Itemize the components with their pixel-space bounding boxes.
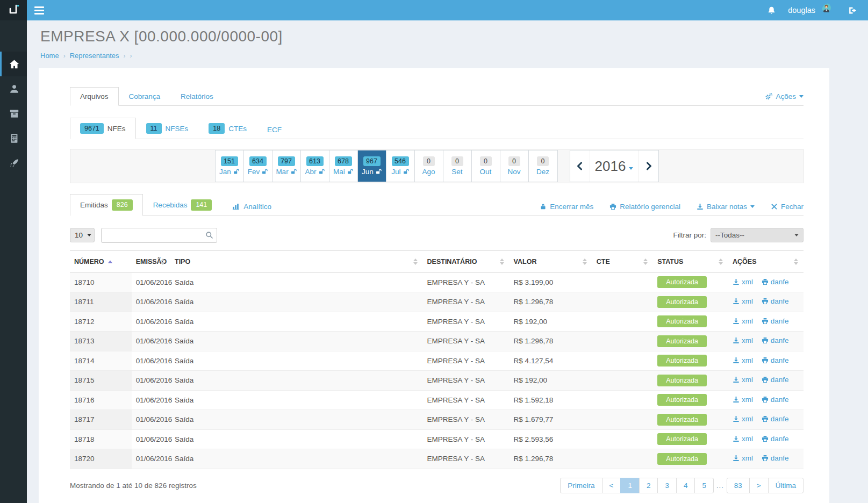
month-cell[interactable]: 678 Mai: [329, 150, 358, 182]
search-input[interactable]: [101, 228, 217, 243]
download-xml-link[interactable]: xml: [733, 297, 753, 305]
app-logo[interactable]: [0, 0, 27, 20]
pagination-page[interactable]: 4: [676, 478, 695, 493]
baixar-notas-dropdown[interactable]: Baixar notas: [697, 203, 755, 211]
month-cell[interactable]: 151 Jan: [216, 150, 244, 182]
download-xml-link[interactable]: xml: [733, 336, 753, 344]
doc-type-tab[interactable]: 11 NFSEs: [136, 118, 199, 139]
cell-emissao: 01/06/2016: [132, 312, 170, 332]
sort-arrows-icon: [500, 258, 504, 265]
month-cell[interactable]: 0 Set: [443, 150, 472, 182]
month-cell[interactable]: 0 Out: [472, 150, 500, 182]
page-size-select[interactable]: 10: [70, 228, 95, 242]
download-icon: [733, 357, 740, 364]
column-header[interactable]: VALOR: [510, 250, 592, 272]
pagination-prev[interactable]: <: [602, 478, 621, 493]
download-xml-link[interactable]: xml: [733, 356, 753, 364]
doc-type-tab[interactable]: ECF: [257, 120, 292, 139]
month-cell[interactable]: 0 Dez: [529, 150, 557, 182]
download-xml-link[interactable]: xml: [733, 278, 753, 286]
fechar-link[interactable]: Fechar: [771, 203, 804, 211]
month-cell[interactable]: 634 Fev: [244, 150, 272, 182]
column-header[interactable]: STATUS: [653, 250, 728, 272]
prev-year-button[interactable]: [570, 150, 590, 182]
print-danfe-link[interactable]: danfe: [762, 336, 789, 344]
print-danfe-link[interactable]: danfe: [762, 376, 789, 384]
recebidas-count-badge: 141: [191, 199, 212, 210]
sidebar-item-calculator[interactable]: [0, 126, 27, 150]
month-cell[interactable]: 0 Ago: [415, 150, 443, 182]
chevron-down-icon: [799, 95, 804, 98]
notifications-bell[interactable]: [767, 6, 776, 15]
column-header[interactable]: TIPO: [170, 250, 423, 272]
sidebar-item-rocket[interactable]: [0, 150, 27, 175]
relatorio-gerencial-link[interactable]: Relatório gerencial: [609, 203, 680, 211]
column-header[interactable]: DESTINATÁRIO: [423, 250, 510, 272]
download-xml-link[interactable]: xml: [733, 376, 753, 384]
pagination-page[interactable]: 2: [639, 478, 658, 493]
month-cell[interactable]: 546 Jul: [386, 150, 415, 182]
print-danfe-link[interactable]: danfe: [762, 454, 789, 462]
next-year-button[interactable]: [639, 150, 658, 182]
month-cell[interactable]: 0 Nov: [500, 150, 529, 182]
breadcrumb-section-link[interactable]: Representantes: [70, 52, 119, 60]
pagination-next[interactable]: >: [749, 478, 769, 493]
sidebar-item-archive[interactable]: [0, 101, 27, 126]
month-label: Mar: [276, 168, 288, 176]
cell-destinatario: EMPRESA Y - SA: [423, 449, 510, 469]
download-xml-link[interactable]: xml: [733, 435, 753, 443]
printer-icon: [762, 318, 769, 325]
column-header[interactable]: EMISSÃO: [132, 250, 170, 272]
tab-arquivos[interactable]: Arquivos: [70, 87, 119, 106]
pagination-ellipsis: ...: [714, 482, 727, 490]
doc-type-tab[interactable]: 9671 NFEs: [70, 118, 136, 139]
breadcrumb-home-link[interactable]: Home: [40, 52, 59, 60]
tab-recebidas[interactable]: Recebidas 141: [143, 194, 223, 215]
pagination-last[interactable]: Última: [768, 478, 804, 493]
user-menu[interactable]: douglas: [788, 3, 836, 18]
pagination-page[interactable]: 1: [620, 478, 640, 493]
print-danfe-link[interactable]: danfe: [762, 297, 789, 305]
pagination-page[interactable]: 3: [657, 478, 677, 493]
cell-emissao: 01/06/2016: [132, 390, 170, 410]
sidebar-item-users[interactable]: [0, 76, 27, 101]
sidebar-item-home[interactable]: [0, 52, 27, 76]
download-xml-link[interactable]: xml: [733, 317, 753, 325]
filter-select[interactable]: --Todas--: [711, 228, 804, 242]
pagination-last-page-number[interactable]: 83: [727, 478, 750, 493]
column-header[interactable]: AÇÕES: [728, 250, 804, 272]
avatar: [822, 3, 836, 18]
month-cell[interactable]: 797 Mar: [272, 150, 301, 182]
acoes-dropdown-button[interactable]: Ações: [765, 92, 804, 100]
pagination-first[interactable]: Primeira: [560, 478, 602, 493]
cell-emissao: 01/06/2016: [132, 449, 170, 469]
tab-cobranca[interactable]: Cobrança: [119, 87, 171, 106]
month-cell[interactable]: 967 Jun: [358, 150, 386, 182]
sidebar-toggle-button[interactable]: [27, 0, 52, 20]
archive-box-icon: [9, 109, 19, 119]
cell-status: Autorizada: [653, 410, 728, 430]
tab-analitico[interactable]: Analítico: [222, 197, 282, 216]
print-danfe-link[interactable]: danfe: [762, 435, 789, 443]
print-danfe-link[interactable]: danfe: [762, 278, 789, 286]
tab-relatorios[interactable]: Relatórios: [170, 87, 224, 106]
column-header[interactable]: CTE: [592, 250, 653, 272]
month-cell[interactable]: 613 Abr: [301, 150, 329, 182]
cell-emissao: 01/06/2016: [132, 272, 170, 292]
tab-emitidas[interactable]: Emitidas 826: [70, 194, 143, 215]
download-xml-link[interactable]: xml: [733, 415, 753, 423]
print-danfe-link[interactable]: danfe: [762, 415, 789, 423]
print-danfe-link[interactable]: danfe: [762, 317, 789, 325]
print-danfe-link[interactable]: danfe: [762, 356, 789, 364]
cell-numero: 18720: [70, 449, 132, 469]
print-danfe-link[interactable]: danfe: [762, 396, 789, 404]
pagination-page[interactable]: 5: [694, 478, 714, 493]
download-xml-link[interactable]: xml: [733, 454, 753, 462]
logout-button[interactable]: [848, 6, 857, 15]
download-xml-link[interactable]: xml: [733, 396, 753, 404]
year-dropdown[interactable]: 2016: [590, 150, 639, 182]
column-header[interactable]: NÚMERO: [70, 250, 132, 272]
encerrar-mes-link[interactable]: Encerrar mês: [540, 203, 593, 211]
doc-type-tab[interactable]: 18 CTEs: [198, 118, 257, 139]
table-row: 18716 01/06/2016 Saída EMPRESA Y - SA R$…: [70, 390, 804, 410]
